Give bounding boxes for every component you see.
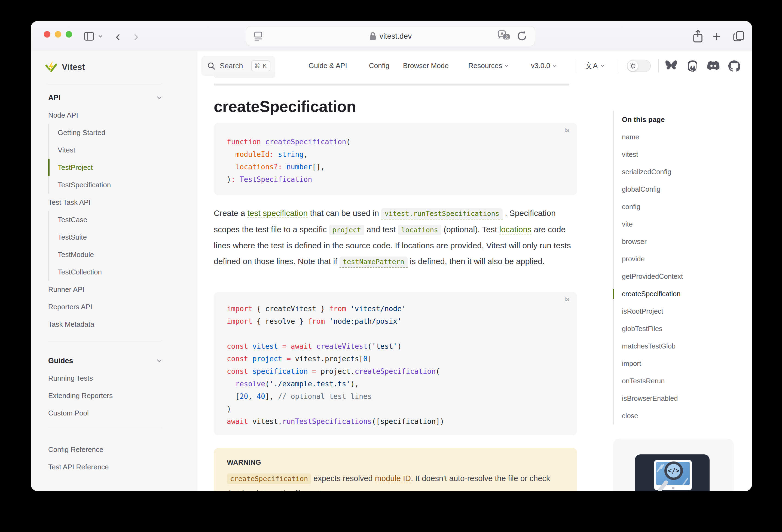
lock-icon [369,32,376,41]
inline-link-locations[interactable]: locations [499,225,532,235]
sidebar-item-runner-api[interactable]: Runner API [48,281,162,298]
nav-item-v3-0-0[interactable]: v3.0.0 [531,51,556,80]
code-line: moduleId: string, [227,148,564,161]
sidebar-item-test-task-api[interactable]: Test Task API [48,193,162,211]
sidebar-item-reporters-api[interactable]: Reporters API [48,298,162,316]
chevron-down-icon [553,64,557,67]
zoom-window-button[interactable] [66,31,72,38]
close-window-button[interactable] [44,31,50,38]
bluesky-icon[interactable] [665,60,677,72]
sidebar-item-running-tests[interactable]: Running Tests [48,369,162,387]
code-line: resolve('./example.test.ts'), [227,378,564,390]
inline-text-create-a: Create a [214,209,247,217]
toc-item-matchestestglob[interactable]: matchesTestGlob [622,337,727,355]
code-language-tag: ts [564,296,569,303]
toc-item-globalconfig[interactable]: globalConfig [622,180,727,198]
toc-item-config[interactable]: config [622,198,727,215]
sidebar-item-config-reference[interactable]: Config Reference [48,441,162,458]
content-top-divider [214,83,569,85]
toc-item-createspecification[interactable]: createSpecification [622,285,727,303]
translate-icon[interactable]: A 文 [498,30,510,42]
code-line: const project = vitest.projects[0] [227,353,564,365]
chevron-down-icon [157,95,162,99]
code-line: [20, 40], // optional test lines [227,390,564,403]
inline-link-vitest-runtestspecifications[interactable]: vitest.runTestSpecifications [381,208,502,219]
language-menu[interactable]: 文A [585,51,604,80]
sidebar-item-vitest[interactable]: Vitest [48,141,162,159]
sidebar-chevron-icon[interactable] [97,21,104,51]
sidebar-item-testsuite[interactable]: TestSuite [48,228,162,246]
sidebar-item-task-metadata[interactable]: Task Metadata [48,316,162,333]
on-this-page: On this page namevitestserializedConfigg… [613,111,727,424]
sidebar-item-testcase[interactable]: TestCase [48,211,162,228]
toc-item-ontestsrerun[interactable]: onTestsRerun [622,372,727,390]
sidebar-item-testproject[interactable]: TestProject [48,159,162,176]
page-title: createSpecification [214,97,356,115]
sidebar-nav: APINode APIGetting StartedVitestTestProj… [31,83,198,476]
sidebar-item-guides[interactable]: Guides [48,352,162,369]
toc-item-provide[interactable]: provide [622,250,727,268]
discord-icon[interactable] [707,60,719,72]
toc-item-isrootproject[interactable]: isRootProject [622,303,727,320]
toc-item-import[interactable]: import [622,355,727,372]
forward-button[interactable]: › [129,21,143,51]
nav-divider [577,59,577,73]
theme-toggle[interactable] [627,60,651,72]
sidebar-toggle-icon[interactable] [83,21,95,51]
toc-item-isbrowserenabled[interactable]: isBrowserEnabled [622,390,727,407]
toc-item-browser[interactable]: browser [622,233,727,250]
mastodon-icon[interactable]: m [687,60,699,72]
toc-item-vite[interactable]: vite [622,215,727,233]
toc-item-getprovidedcontext[interactable]: getProvidedContext [622,268,727,285]
address-bar[interactable]: vitest.dev A 文 [246,26,535,46]
sponsor-card[interactable]: </> [613,438,734,491]
share-icon[interactable] [692,21,708,51]
toc-item-name[interactable]: name [622,128,727,146]
sidebar: Vitest APINode APIGetting StartedVitestT… [31,51,198,491]
nav-divider [618,59,618,73]
reader-view-icon[interactable] [253,31,263,42]
warning-title: WARNING [227,458,564,467]
sidebar-item-test-api-reference[interactable]: Test API Reference [48,458,162,476]
inline-text-is-defined-then-it-will-also-b: is defined, then it will also be applied… [407,257,545,266]
code-line: import { createVitest } from 'vitest/nod… [227,303,564,315]
search-icon [207,62,215,70]
back-button[interactable]: ‹ [111,21,125,51]
new-tab-icon[interactable]: + [713,21,728,51]
nav-item-config[interactable]: Config [369,51,389,80]
code-line: const specification = project.createSpec… [227,365,564,378]
sidebar-item-getting-started[interactable]: Getting Started [48,124,162,141]
github-icon[interactable] [728,60,740,72]
toc-item-serializedconfig[interactable]: serializedConfig [622,163,727,180]
logo[interactable]: Vitest [31,51,198,83]
chevron-down-icon [157,358,162,362]
reload-icon[interactable] [516,30,528,42]
top-nav: Search ⌘ K Guide & APIConfigBrowser Mode… [198,51,752,80]
inline-link-test-specification[interactable]: test specification [247,209,308,218]
url-text: vitest.dev [380,32,412,41]
sidebar-item-custom-pool[interactable]: Custom Pool [48,404,162,422]
toc-item-globtestfiles[interactable]: globTestFiles [622,320,727,337]
sidebar-item-testspecification[interactable]: TestSpecification [48,176,162,193]
sidebar-item-testmodule[interactable]: TestModule [48,246,162,263]
search-label: Search [220,62,247,70]
warning-body: createSpecification expects resolved mod… [227,471,564,491]
nav-item-guide-api[interactable]: Guide & API [309,51,347,80]
sidebar-item-testcollection[interactable]: TestCollection [48,263,162,281]
toc-item-close[interactable]: close [622,407,727,424]
inline-text-project: project [329,225,364,235]
code-line: function createSpecification( [227,136,564,148]
inline-link-testnamepattern[interactable]: testNamePattern [340,256,407,268]
inline-text-and-test: and test [364,225,398,234]
minimize-window-button[interactable] [55,31,61,38]
toc-item-vitest[interactable]: vitest [622,146,727,163]
description-paragraph: Create a test specification that can be … [214,205,581,270]
sidebar-item-extending-reporters[interactable]: Extending Reporters [48,387,162,404]
tab-overview-icon[interactable] [732,21,748,51]
browser-window: ‹ › vitest.dev [31,21,752,491]
nav-item-browser-mode[interactable]: Browser Mode [403,51,449,80]
inline-link-module-id[interactable]: module ID [375,474,411,483]
nav-item-resources[interactable]: Resources [468,51,508,80]
sidebar-item-api[interactable]: API [48,89,162,106]
sidebar-item-node-api[interactable]: Node API [48,106,162,124]
